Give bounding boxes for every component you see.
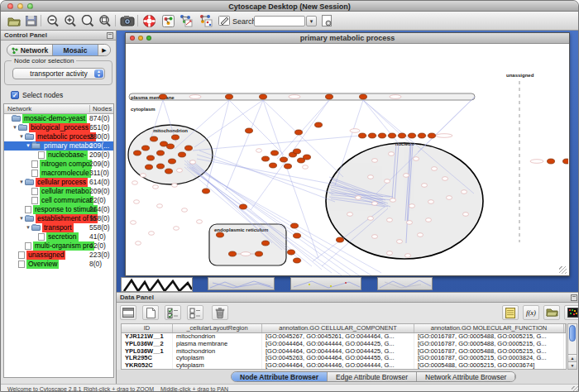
graph-node[interactable] bbox=[294, 258, 301, 263]
graph-label-node[interactable] bbox=[189, 95, 201, 99]
tree-row[interactable]: macromolecule311(0) bbox=[4, 169, 113, 178]
graph-label-node[interactable] bbox=[447, 196, 452, 200]
graph-node[interactable] bbox=[185, 146, 193, 151]
graph-node[interactable] bbox=[337, 237, 344, 242]
graph-label-node[interactable] bbox=[407, 221, 413, 225]
graph-node[interactable] bbox=[157, 151, 165, 155]
graph-label-node[interactable] bbox=[182, 208, 188, 213]
graph-node[interactable] bbox=[428, 133, 436, 138]
table-row[interactable]: YLR295Ccytoplasm[GO:0045263, GO:0044464,… bbox=[122, 355, 566, 362]
tree-row[interactable]: nucleobase-209(0) bbox=[4, 151, 113, 160]
disclosure-triangle-icon[interactable]: ▼ bbox=[19, 132, 25, 141]
graph-label-node[interactable] bbox=[141, 174, 146, 178]
graph-node[interactable] bbox=[217, 232, 224, 237]
graph-node[interactable] bbox=[167, 144, 175, 149]
zoom-in-icon[interactable] bbox=[62, 13, 78, 28]
graph-node[interactable] bbox=[160, 94, 167, 99]
graph-node[interactable] bbox=[165, 169, 173, 174]
table-row[interactable]: YPL036W__2plasma membrane[GO:0044464, GO… bbox=[122, 341, 566, 348]
graph-node[interactable] bbox=[229, 251, 237, 256]
table-row[interactable]: YKR052Ccytoplasm[GO:0044464, GO:0044446,… bbox=[122, 362, 566, 370]
tree-row[interactable]: secretion41(0) bbox=[4, 232, 113, 241]
graph-node[interactable] bbox=[379, 133, 386, 138]
help-ring-icon[interactable] bbox=[141, 13, 157, 28]
table-row[interactable]: YPL036W__1mitochondrion[GO:0044464, GO:0… bbox=[122, 348, 566, 356]
graph-label-node[interactable] bbox=[350, 129, 360, 133]
graph-node[interactable] bbox=[563, 159, 569, 164]
new-attribute-icon[interactable] bbox=[142, 305, 159, 320]
graph-node[interactable] bbox=[147, 155, 155, 160]
graph-label-node[interactable] bbox=[190, 160, 196, 165]
scroll-down-arrow[interactable]: ▼ bbox=[568, 361, 577, 369]
table-row[interactable]: YJR121W__1mitochondrion[GO:0045267, GO:0… bbox=[122, 333, 566, 341]
graph-label-node[interactable] bbox=[426, 218, 432, 222]
save-icon[interactable] bbox=[23, 13, 39, 28]
window-resize-grip[interactable] bbox=[572, 386, 579, 392]
graph-node[interactable] bbox=[288, 250, 295, 255]
zoom-fit-icon[interactable] bbox=[79, 13, 95, 28]
graph-node[interactable] bbox=[260, 94, 267, 99]
graph-label-node[interactable] bbox=[372, 159, 378, 163]
tree-row[interactable]: nitrogen compo209(0) bbox=[4, 160, 113, 169]
graph-label-node[interactable] bbox=[368, 217, 374, 221]
tab-network-attribute-browser[interactable]: Network Attribute Browser bbox=[417, 372, 515, 381]
table-column-header[interactable]: _cellularLayoutRegion bbox=[173, 324, 262, 332]
graph-node[interactable] bbox=[160, 141, 168, 146]
graph-label-node[interactable] bbox=[462, 190, 467, 194]
tree-row[interactable]: ▼establishment of lo558(0) bbox=[4, 214, 113, 223]
graph-label-node[interactable] bbox=[372, 202, 378, 206]
graph-label-node[interactable] bbox=[372, 235, 378, 239]
graph-label-node[interactable] bbox=[436, 134, 452, 138]
graph-label-node[interactable] bbox=[405, 254, 411, 258]
graph-node[interactable] bbox=[285, 164, 292, 169]
graph-label-node[interactable] bbox=[530, 160, 543, 164]
tab-overflow-arrow[interactable]: ▶ bbox=[98, 45, 110, 55]
graph-label-node[interactable] bbox=[443, 177, 448, 181]
network-graph[interactable]: unassigned plasma membrane cytoplasm mit… bbox=[127, 45, 568, 275]
tree-row[interactable]: ▼cellular process614(0) bbox=[4, 178, 113, 187]
tree-row[interactable]: unassigned223(0) bbox=[4, 251, 113, 260]
graph-node[interactable] bbox=[172, 135, 179, 140]
tree-row[interactable]: cell communicat22(0) bbox=[4, 196, 113, 205]
tree-row[interactable]: ▼biological_process651(0) bbox=[4, 123, 113, 132]
graph-node[interactable] bbox=[291, 223, 299, 228]
graph-node[interactable] bbox=[226, 94, 233, 99]
disclosure-triangle-icon[interactable]: ▼ bbox=[26, 141, 31, 151]
graph-node[interactable] bbox=[294, 233, 301, 238]
annotation-icon[interactable] bbox=[217, 13, 232, 28]
plasma-membrane-region[interactable]: plasma membrane bbox=[129, 93, 475, 100]
graph-label-node[interactable] bbox=[157, 204, 163, 208]
graph-label-node[interactable] bbox=[256, 149, 262, 153]
graph-label-node[interactable] bbox=[136, 241, 141, 246]
graph-node[interactable] bbox=[203, 189, 210, 194]
graph-label-node[interactable] bbox=[404, 174, 409, 178]
graph-label-node[interactable] bbox=[153, 185, 159, 189]
select-all-attributes-icon[interactable] bbox=[165, 305, 181, 320]
disclosure-triangle-icon[interactable]: ▼ bbox=[19, 214, 25, 223]
graph-node[interactable] bbox=[369, 133, 376, 138]
tree-column-network[interactable]: Network bbox=[7, 105, 31, 112]
table-column-header[interactable]: annotation.GO CELLULAR_COMPONENT bbox=[262, 324, 414, 332]
attribute-list-icon[interactable] bbox=[120, 305, 136, 320]
graph-node[interactable] bbox=[280, 157, 288, 162]
graph-node[interactable] bbox=[246, 128, 253, 133]
import-attributes-icon[interactable] bbox=[543, 305, 560, 320]
graph-label-node[interactable] bbox=[131, 221, 136, 225]
search-options-icon[interactable] bbox=[319, 13, 335, 28]
open-icon[interactable] bbox=[6, 13, 22, 28]
graph-label-node[interactable] bbox=[356, 196, 361, 200]
matrix-icon[interactable] bbox=[564, 305, 579, 320]
tree-row[interactable]: ▼transport558(0) bbox=[4, 223, 113, 232]
apply-layout-a-icon[interactable] bbox=[178, 13, 194, 28]
disclosure-triangle-icon[interactable]: ▼ bbox=[19, 178, 25, 187]
graph-label-node[interactable] bbox=[347, 213, 353, 217]
graph-node[interactable] bbox=[179, 152, 186, 157]
graph-label-node[interactable] bbox=[174, 227, 179, 231]
graph-node[interactable] bbox=[419, 133, 426, 138]
graph-node[interactable] bbox=[304, 155, 311, 160]
graph-node[interactable] bbox=[151, 136, 158, 141]
graph-label-node[interactable] bbox=[387, 218, 393, 222]
graph-node[interactable] bbox=[240, 204, 247, 209]
tree-row[interactable]: ▼primary metabo209(... bbox=[4, 141, 113, 151]
graph-label-node[interactable] bbox=[241, 252, 251, 256]
